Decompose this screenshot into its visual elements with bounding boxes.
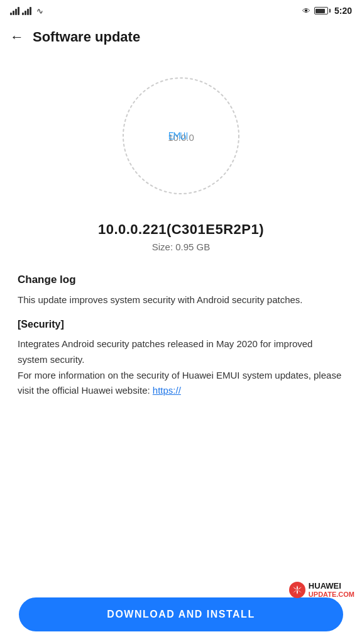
back-button[interactable]: ← [10,30,24,44]
wifi-icon: ∿ [36,6,43,16]
status-right: 👁 5:20 [302,6,352,16]
version-number: 10.0.0.221(C301E5R2P1) [19,221,343,238]
emui-logo-section: 10.0.0 [0,54,362,211]
battery-icon [314,7,331,14]
svg-line-7 [177,132,180,136]
version-section: 10.0.0.221(C301E5R2P1) Size: 0.95 GB [0,211,362,258]
security-link[interactable]: https:// [153,385,181,396]
security-title: [Security] [18,319,344,330]
watermark-text: HUAWEI UPDATE.COM [309,582,354,598]
time-display: 5:20 [334,6,352,16]
emui-text-svg [168,130,194,143]
changelog-section: Change log This update improves system s… [0,258,362,411]
emui-text-wrap: 10.0.0 [168,130,194,143]
download-install-button[interactable]: DOWNLOAD AND INSTALL [19,597,343,631]
emui-circle: 10.0.0 [118,73,244,199]
watermark: HUAWEI UPDATE.COM [288,581,354,599]
changelog-title: Change log [18,274,344,286]
signal-icon-1 [10,6,19,15]
changelog-description: This update improves system security wit… [18,292,344,308]
huawei-logo-icon [288,581,306,599]
security-text-1: Integrates Android security patches rele… [18,338,312,365]
page-header: ← Software update [0,20,362,54]
watermark-update: UPDATE.COM [309,591,354,598]
security-text: Integrates Android security patches rele… [18,336,344,399]
status-bar: ∿ 👁 5:20 [0,0,362,20]
watermark-huawei: HUAWEI [309,582,354,591]
signal-icon-2 [22,6,31,15]
svg-line-6 [174,132,177,136]
eye-icon: 👁 [302,6,310,16]
page-title: Software update [33,29,140,45]
status-left: ∿ [10,6,43,16]
version-size: Size: 0.95 GB [19,242,343,252]
